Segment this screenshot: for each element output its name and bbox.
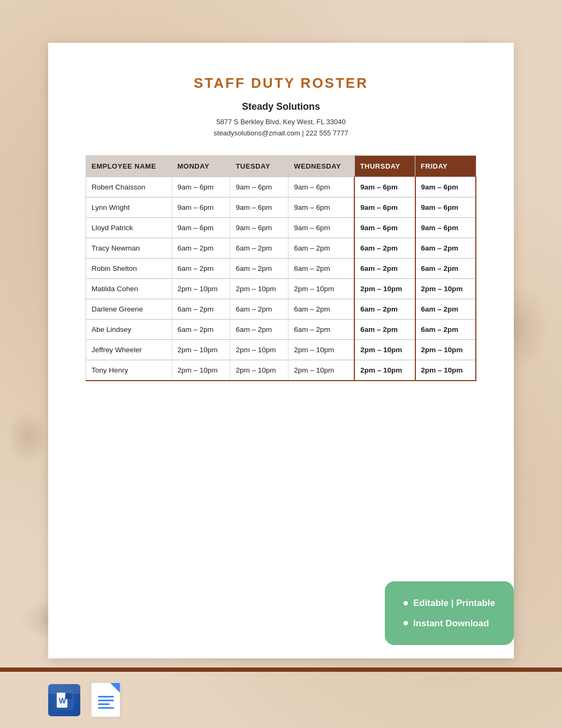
col-header-name: EMPLOYEE NAME xyxy=(86,155,172,177)
table-cell: 6am – 2pm xyxy=(415,319,476,339)
docs-lines xyxy=(94,696,118,709)
page-title: STAFF DUTY ROSTER xyxy=(86,75,476,92)
feature-badge: Editable | Printable Instant Download xyxy=(385,581,514,645)
feature-label-2: Instant Download xyxy=(413,613,489,633)
table-cell: Robin Shelton xyxy=(86,258,172,278)
table-cell: 2pm – 10pm xyxy=(415,360,476,381)
table-cell: 2pm – 10pm xyxy=(230,278,288,299)
table-cell: 6am – 2pm xyxy=(415,238,476,258)
table-cell: 2pm – 10pm xyxy=(172,360,230,381)
table-cell: 9am – 6pm xyxy=(172,177,230,197)
svg-text:W: W xyxy=(59,696,66,705)
table-cell: 9am – 6pm xyxy=(354,217,415,238)
bullet-icon xyxy=(404,601,408,605)
table-cell: 2pm – 10pm xyxy=(230,360,288,381)
table-cell: 9am – 6pm xyxy=(415,217,476,238)
document-page: STAFF DUTY ROSTER Steady Solutions 5877 … xyxy=(48,43,514,658)
docs-line-3 xyxy=(98,703,110,705)
table-cell: 9am – 6pm xyxy=(230,177,288,197)
feature-item-1: Editable | Printable xyxy=(404,593,495,613)
col-header-wednesday: WEDNESDAY xyxy=(288,155,354,177)
docs-icon[interactable] xyxy=(91,682,120,717)
table-cell: 6am – 2pm xyxy=(172,258,230,278)
roster-table: EMPLOYEE NAME MONDAY TUESDAY WEDNESDAY T… xyxy=(86,155,476,381)
svg-rect-4 xyxy=(65,693,72,699)
table-cell: 6am – 2pm xyxy=(230,299,288,319)
table-cell: 6am – 2pm xyxy=(172,319,230,339)
feature-label-1: Editable | Printable xyxy=(413,593,495,613)
col-header-friday: FRIDAY xyxy=(415,155,476,177)
col-header-thursday: THURSDAY xyxy=(354,155,415,177)
table-cell: 2pm – 10pm xyxy=(354,360,415,381)
table-cell: Darlene Greene xyxy=(86,299,172,319)
col-header-monday: MONDAY xyxy=(172,155,230,177)
table-cell: 2pm – 10pm xyxy=(354,278,415,299)
bullet-icon-2 xyxy=(404,621,408,625)
table-cell: 9am – 6pm xyxy=(288,177,354,197)
table-cell: 2pm – 10pm xyxy=(230,339,288,360)
table-row: Abe Lindsey6am – 2pm6am – 2pm6am – 2pm6a… xyxy=(86,319,476,339)
table-row: Tracy Newman6am – 2pm6am – 2pm6am – 2pm6… xyxy=(86,238,476,258)
table-row: Lloyd Patrick9am – 6pm9am – 6pm9am – 6pm… xyxy=(86,217,476,238)
table-cell: 9am – 6pm xyxy=(230,217,288,238)
word-logo-svg: W xyxy=(55,691,74,710)
docs-line-1 xyxy=(98,696,114,697)
table-cell: 2pm – 10pm xyxy=(288,339,354,360)
table-cell: 2pm – 10pm xyxy=(415,339,476,360)
table-row: Robin Shelton6am – 2pm6am – 2pm6am – 2pm… xyxy=(86,258,476,278)
table-cell: 6am – 2pm xyxy=(288,238,354,258)
table-cell: 9am – 6pm xyxy=(230,197,288,217)
table-cell: 6am – 2pm xyxy=(354,238,415,258)
col-header-tuesday: TUESDAY xyxy=(230,155,288,177)
table-cell: 9am – 6pm xyxy=(415,197,476,217)
table-cell: 6am – 2pm xyxy=(230,258,288,278)
table-cell: 9am – 6pm xyxy=(415,177,476,197)
table-cell: 2pm – 10pm xyxy=(415,278,476,299)
table-cell: Robert Chaisson xyxy=(86,177,172,197)
table-row: Jeffrey Wheeler2pm – 10pm2pm – 10pm2pm –… xyxy=(86,339,476,360)
table-header-row: EMPLOYEE NAME MONDAY TUESDAY WEDNESDAY T… xyxy=(86,155,476,177)
company-address: 5877 S Berkley Blvd, Key West, FL 33040 … xyxy=(86,117,476,139)
company-name: Steady Solutions xyxy=(86,101,476,112)
table-cell: Lloyd Patrick xyxy=(86,217,172,238)
table-cell: Lynn Wright xyxy=(86,197,172,217)
table-cell: 6am – 2pm xyxy=(354,258,415,278)
table-cell: 2pm – 10pm xyxy=(288,360,354,381)
table-cell: 9am – 6pm xyxy=(288,197,354,217)
table-cell: 9am – 6pm xyxy=(354,177,415,197)
word-icon[interactable]: W xyxy=(48,684,80,716)
table-cell: 9am – 6pm xyxy=(354,197,415,217)
feature-item-2: Instant Download xyxy=(404,613,495,633)
table-cell: Tony Henry xyxy=(86,360,172,381)
table-cell: 9am – 6pm xyxy=(288,217,354,238)
table-cell: Jeffrey Wheeler xyxy=(86,339,172,360)
table-cell: 6am – 2pm xyxy=(288,258,354,278)
bottom-icons-container: W xyxy=(48,682,120,717)
address-line2: steadysolutions@zmail.com | 222 555 7777 xyxy=(86,128,476,139)
docs-line-4 xyxy=(98,707,114,709)
table-cell: 6am – 2pm xyxy=(288,319,354,339)
table-cell: 6am – 2pm xyxy=(415,299,476,319)
table-cell: Abe Lindsey xyxy=(86,319,172,339)
table-cell: 6am – 2pm xyxy=(172,238,230,258)
table-cell: 6am – 2pm xyxy=(230,319,288,339)
table-cell: 6am – 2pm xyxy=(354,299,415,319)
table-row: Darlene Greene6am – 2pm6am – 2pm6am – 2p… xyxy=(86,299,476,319)
table-cell: 6am – 2pm xyxy=(288,299,354,319)
table-cell: 2pm – 10pm xyxy=(172,339,230,360)
table-cell: 2pm – 10pm xyxy=(354,339,415,360)
table-row: Matilda Cohen2pm – 10pm2pm – 10pm2pm – 1… xyxy=(86,278,476,299)
address-line1: 5877 S Berkley Blvd, Key West, FL 33040 xyxy=(86,117,476,128)
table-cell: Matilda Cohen xyxy=(86,278,172,299)
table-cell: 2pm – 10pm xyxy=(172,278,230,299)
table-cell: 6am – 2pm xyxy=(230,238,288,258)
table-cell: 6am – 2pm xyxy=(415,258,476,278)
table-row: Robert Chaisson9am – 6pm9am – 6pm9am – 6… xyxy=(86,177,476,197)
table-cell: 6am – 2pm xyxy=(354,319,415,339)
table-cell: 2pm – 10pm xyxy=(288,278,354,299)
docs-line-2 xyxy=(98,700,114,701)
table-cell: 9am – 6pm xyxy=(172,197,230,217)
table-cell: Tracy Newman xyxy=(86,238,172,258)
table-row: Lynn Wright9am – 6pm9am – 6pm9am – 6pm9a… xyxy=(86,197,476,217)
table-cell: 6am – 2pm xyxy=(172,299,230,319)
